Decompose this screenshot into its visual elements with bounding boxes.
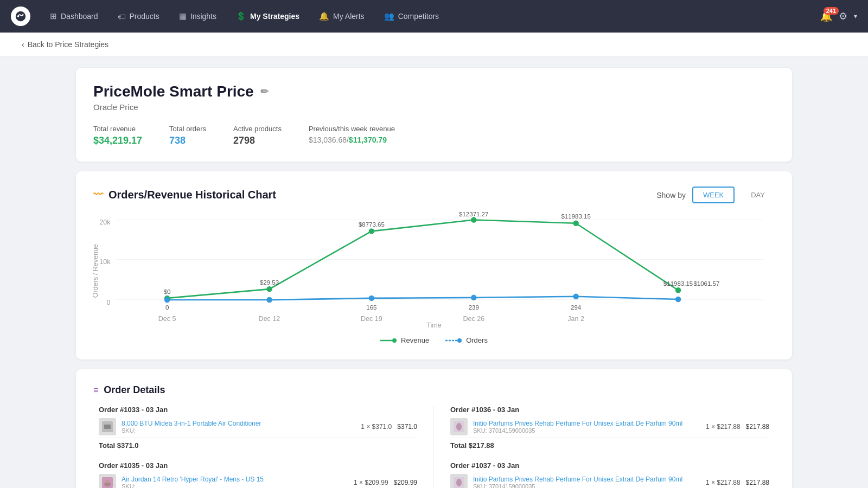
nav-item-competitors[interactable]: 👥 Competitors <box>375 7 448 25</box>
svg-point-1 <box>17 15 20 17</box>
chart-title-icon: 〰 <box>93 189 103 201</box>
legend-revenue: Revenue <box>380 336 429 344</box>
chart-header: 〰 Orders/Revenue Historical Chart Show b… <box>93 187 775 203</box>
prev-this-week-label: Previous/this week revenue <box>309 125 395 133</box>
orders-right-column: Order #1036 - 03 Jan Initio Parfums Priv… <box>434 406 775 488</box>
order-1033-product-name[interactable]: 8,000 BTU Midea 3-in-1 Portable Air Cond… <box>122 420 355 427</box>
order-1036-sku: SKU: 37014159000035 <box>473 427 700 434</box>
svg-point-13 <box>369 228 374 234</box>
order-1036-info: Initio Parfums Prives Rehab Perfume For … <box>473 420 700 434</box>
chevron-down-icon: ▾ <box>854 12 857 20</box>
nav-label-strategies: My Strategies <box>250 12 299 21</box>
stat-total-revenue: Total revenue $34,219.17 <box>93 125 142 146</box>
dashboard-icon: ⊞ <box>50 11 57 21</box>
order-1037-item-row: Initio Parfums Prives Rehab Perfume For … <box>450 474 769 488</box>
week-toggle-button[interactable]: WEEK <box>692 187 735 203</box>
stat-total-orders: Total orders 738 <box>169 125 206 146</box>
nav-item-insights[interactable]: ▦ Insights <box>170 7 225 25</box>
breadcrumb-back-link[interactable]: ‹ Back to Price Strategies <box>22 40 108 49</box>
order-1036-total-label: Total <box>450 441 467 450</box>
weekly-revenue-values: $13,036.68/$11,370.79 <box>309 135 395 145</box>
svg-text:$8773.65: $8773.65 <box>359 221 385 228</box>
products-icon: 🏷 <box>118 12 126 21</box>
order-1035-id: Order #1035 - 03 Jan <box>99 461 417 470</box>
order-1035-price: $209.99 <box>394 479 417 486</box>
alerts-icon: 🔔 <box>319 11 329 21</box>
nav-label-alerts: My Alerts <box>333 12 365 21</box>
order-1033-total: Total $371.0 <box>99 438 417 450</box>
nav-item-products[interactable]: 🏷 Products <box>109 8 168 25</box>
order-1036-id: Order #1036 - 03 Jan <box>450 406 769 414</box>
show-by-controls: Show by WEEK DAY <box>656 187 775 203</box>
order-1036-qty: 1 × $217.88 <box>706 423 741 431</box>
order-1035-sku: SKU: <box>122 483 348 488</box>
order-1037-product-name[interactable]: Initio Parfums Prives Rehab Perfume For … <box>473 476 700 483</box>
total-orders-value: 738 <box>169 135 206 146</box>
nav-label-dashboard: Dashboard <box>61 12 98 21</box>
order-1037-qty: 1 × $217.88 <box>706 479 741 486</box>
order-1033-thumb <box>99 418 116 435</box>
competitors-icon: 👥 <box>384 11 394 21</box>
order-section-title: ≡ Order Details <box>93 384 775 396</box>
orders-left-column: Order #1033 - 03 Jan 8,000 BTU Midea 3-i… <box>93 406 434 488</box>
edit-strategy-button[interactable]: ✏ <box>260 86 269 98</box>
prev-week-value: $13,036.68 <box>309 136 347 144</box>
order-1035-info: Air Jordan 14 Retro 'Hyper Royal' - Mens… <box>122 476 348 488</box>
user-menu-button[interactable]: ▾ <box>854 12 857 20</box>
svg-text:Dec 12: Dec 12 <box>259 315 280 323</box>
strategy-subtitle: Oracle Price <box>93 102 775 112</box>
svg-point-19 <box>675 287 681 293</box>
svg-rect-46 <box>106 480 109 483</box>
svg-text:$11983.15: $11983.15 <box>663 280 693 287</box>
svg-text:Time: Time <box>426 322 441 329</box>
chart-title: 〰 Orders/Revenue Historical Chart <box>93 189 276 201</box>
nav-label-products: Products <box>130 12 159 21</box>
order-1036-item-row: Initio Parfums Prives Rehab Perfume For … <box>450 418 769 435</box>
active-products-label: Active products <box>233 125 282 133</box>
svg-text:Dec 5: Dec 5 <box>158 315 176 323</box>
order-1033-item-row: 8,000 BTU Midea 3-in-1 Portable Air Cond… <box>99 418 417 435</box>
svg-point-11 <box>266 286 272 292</box>
order-1035-product-name[interactable]: Air Jordan 14 Retro 'Hyper Royal' - Mens… <box>122 476 348 483</box>
order-1035-thumb <box>99 474 116 488</box>
svg-point-27 <box>471 295 476 300</box>
logo <box>11 7 30 26</box>
strategies-icon: 💲 <box>236 11 246 21</box>
svg-text:Dec 19: Dec 19 <box>361 315 382 323</box>
logo-icon <box>15 10 27 22</box>
breadcrumb-back-label: Back to Price Strategies <box>28 40 108 49</box>
legend-orders: Orders <box>445 336 488 344</box>
navbar-right: 🔔 241 ⚙ ▾ <box>820 10 857 22</box>
nav-item-my-alerts[interactable]: 🔔 My Alerts <box>310 7 373 25</box>
legend-revenue-label: Revenue <box>401 336 429 344</box>
nav-item-my-strategies[interactable]: 💲 My Strategies <box>227 7 308 25</box>
order-1035-item-row: Air Jordan 14 Retro 'Hyper Royal' - Mens… <box>99 474 417 488</box>
settings-button[interactable]: ⚙ <box>839 10 847 22</box>
order-section-title-text: Order Details <box>104 384 165 396</box>
svg-text:Dec 26: Dec 26 <box>463 315 484 323</box>
notifications-button[interactable]: 🔔 241 <box>820 10 832 22</box>
svg-text:Orders / Revenue: Orders / Revenue <box>92 244 99 298</box>
svg-point-31 <box>675 297 681 302</box>
svg-point-50 <box>456 479 462 486</box>
order-1033-price: $371.0 <box>397 423 417 431</box>
nav-item-dashboard[interactable]: ⊞ Dashboard <box>41 7 107 25</box>
order-1037-sku: SKU: 37014159000035 <box>473 483 700 488</box>
svg-text:294: 294 <box>571 304 582 311</box>
page: ‹ Back to Price Strategies PriceMole Sma… <box>0 33 868 488</box>
chart-legend: Revenue Orders <box>93 336 775 344</box>
svg-point-29 <box>573 294 578 299</box>
svg-text:$1061.57: $1061.57 <box>693 280 719 287</box>
svg-text:$0: $0 <box>164 288 171 295</box>
order-1036-product-name[interactable]: Initio Parfums Prives Rehab Perfume For … <box>473 420 700 427</box>
total-orders-label: Total orders <box>169 125 206 133</box>
day-toggle-button[interactable]: DAY <box>741 188 775 202</box>
product-thumb-icon <box>102 421 113 432</box>
svg-point-25 <box>369 296 374 301</box>
order-1037-info: Initio Parfums Prives Rehab Perfume For … <box>473 476 700 488</box>
order-1037-thumb <box>450 474 468 488</box>
svg-text:$11983.15: $11983.15 <box>561 213 590 220</box>
product-thumb-icon-3 <box>454 421 464 432</box>
main-content: PriceMole Smart Price ✏ Oracle Price Tot… <box>54 57 814 488</box>
svg-text:Jan 2: Jan 2 <box>567 315 584 323</box>
